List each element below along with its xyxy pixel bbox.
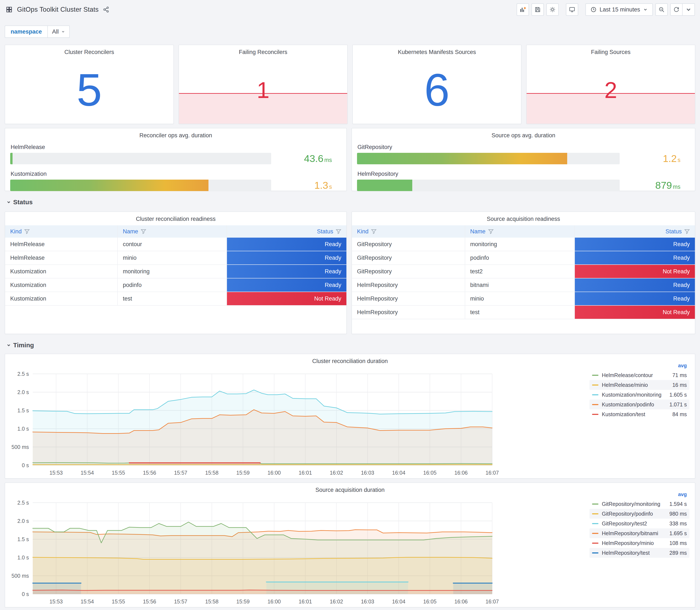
chart-panel-source-acquisition-duration[interactable]: Source acquisition duration 0 s500 ms1.0… [5,482,695,608]
gauge-panel-source-ops-avg-duration[interactable]: Source ops avg. duration GitRepository 1… [352,128,695,191]
legend-item-gitrepository-monitoring[interactable]: GitRepository/monitoring 1.594 s [589,499,689,509]
cell-kind: GitRepository [352,251,465,264]
svg-text:15:54: 15:54 [81,470,94,476]
legend-item-helmrepository-test[interactable]: HelmRepository/test 289 ms [589,548,689,558]
svg-text:15:55: 15:55 [112,470,125,476]
legend-item-helmrelease-contour[interactable]: HelmRelease/contour 71 ms [589,370,689,380]
column-header-name[interactable]: Name [465,225,575,238]
refresh-interval-dropdown[interactable] [683,3,695,16]
series-avg-value: 108 ms [669,540,687,546]
svg-text:15:56: 15:56 [143,598,156,605]
cell-name: minio [465,292,575,305]
table-row: Kustomization podinfo Ready [5,278,346,292]
svg-text:500 ms: 500 ms [12,573,29,579]
series-name: HelmRepository/bitnami [602,530,666,536]
cycle-view-button[interactable] [566,3,578,16]
gauge-row-helmrepository: HelmRepository 879ms [357,171,690,191]
svg-text:2.0 s: 2.0 s [17,518,29,524]
grafana-dashboard: GitOps Toolkit Cluster Stats Last 15 min… [0,0,700,610]
variable-namespace-value: All [52,28,59,35]
monitor-icon [569,6,575,13]
series-avg-value: 16 ms [672,382,687,388]
chevron-down-icon [61,30,65,34]
legend-item-kustomization-monitoring[interactable]: Kustomization/monitoring 1.605 s [589,390,689,400]
add-panel-icon [520,6,526,13]
cell-kind: Kustomization [5,292,118,305]
series-color-swatch [592,404,599,405]
series-avg-value: 338 ms [669,520,687,527]
filter-icon[interactable] [336,229,341,234]
chevron-down-icon [685,6,692,13]
table-row: GitRepository monitoring Ready [352,238,695,251]
series-name: Kustomization/podinfo [602,401,666,408]
stat-panel-failing-sources[interactable]: Failing Sources 2 [526,45,695,124]
legend-item-helmrepository-minio[interactable]: HelmRepository/minio 108 ms [589,538,689,548]
series-color-swatch [592,523,599,524]
navbar: GitOps Toolkit Cluster Stats Last 15 min… [0,0,700,16]
gauge-label: HelmRelease [11,144,341,150]
column-header-name[interactable]: Name [118,225,227,238]
add-panel-button[interactable] [517,3,529,16]
filter-icon[interactable] [488,229,494,234]
section-timing[interactable]: Timing [6,340,700,350]
series-name: HelmRepository/minio [602,540,666,546]
gauge-row-gitrepository: GitRepository 1.2s [357,144,690,164]
filter-icon[interactable] [684,229,690,234]
series-avg-value: 1.594 s [669,501,687,507]
cell-status: Not Ready [227,292,346,305]
stat-panel-cluster-reconcilers[interactable]: Cluster Reconcilers 5 [5,45,174,124]
filter-icon[interactable] [141,229,146,234]
cell-status: Ready [227,251,346,264]
legend-item-helmrelease-minio[interactable]: HelmRelease/minio 16 ms [589,380,689,390]
column-header-status[interactable]: Status [575,225,695,238]
refresh-button[interactable] [670,3,683,16]
filter-icon[interactable] [24,229,30,234]
timeseries-plot[interactable]: 0 s500 ms1.0 s1.5 s2.0 s2.5 s15:5315:541… [10,493,593,605]
column-header-status[interactable]: Status [227,225,346,238]
gear-icon [549,6,556,13]
chart-panel-cluster-reconciliation-duration[interactable]: Cluster reconciliation duration 0 s500 m… [5,354,695,479]
svg-text:500 ms: 500 ms [12,444,29,450]
cell-name: podinfo [465,251,575,264]
legend-item-gitrepository-podinfo[interactable]: GitRepository/podinfo 980 ms [589,509,689,519]
variable-namespace-select[interactable]: All [48,26,70,38]
stat-panel-failing-reconcilers[interactable]: Failing Reconcilers 1 [179,45,348,124]
share-icon[interactable] [103,6,109,13]
series-name: Kustomization/monitoring [602,392,666,398]
gauge-panel-reconciler-ops-avg-duration[interactable]: Reconciler ops avg. duration HelmRelease… [5,128,347,191]
series-color-swatch [592,552,599,553]
cell-kind: HelmRepository [352,278,465,292]
filter-icon[interactable] [371,229,377,234]
svg-text:16:02: 16:02 [330,470,343,476]
cell-kind: HelmRelease [5,251,118,264]
table-panel-source-acquisition-readiness[interactable]: Source acquisition readiness Kind Name S… [352,211,695,334]
series-avg-value: 1.605 s [669,392,687,398]
legend-item-kustomization-podinfo[interactable]: Kustomization/podinfo 1.071 s [589,400,689,410]
series-avg-value: 1.071 s [669,401,687,408]
svg-text:16:05: 16:05 [423,598,437,605]
time-range-picker[interactable]: Last 15 minutes [585,3,653,16]
section-status-label: Status [13,198,33,206]
stat-panel-kubernetes-manifests-sources[interactable]: Kubernetes Manifests Sources 6 [352,45,521,124]
panel-title: Failing Sources [526,45,695,55]
chevron-down-icon [6,200,11,205]
table-row: GitRepository test2 Not Ready [352,265,695,278]
gauge-bar [10,153,271,164]
timeseries-plot[interactable]: 0 s500 ms1.0 s1.5 s2.0 s2.5 s15:5315:541… [10,364,593,477]
svg-text:15:57: 15:57 [174,470,188,476]
table-panel-cluster-reconciliation-readiness[interactable]: Cluster reconciliation readiness Kind Na… [5,211,347,334]
legend-item-kustomization-test[interactable]: Kustomization/test 84 ms [589,410,689,419]
legend-item-gitrepository-test2[interactable]: GitRepository/test2 338 ms [589,519,689,528]
section-status[interactable]: Status [6,197,700,207]
column-header-kind[interactable]: Kind [352,225,465,238]
save-dashboard-button[interactable] [532,3,544,16]
variable-namespace-label[interactable]: namespace [5,26,48,38]
svg-text:15:53: 15:53 [50,470,63,476]
svg-text:15:58: 15:58 [205,470,219,476]
zoom-out-button[interactable] [655,3,668,16]
cell-kind: GitRepository [352,265,465,278]
dashboard-settings-button[interactable] [547,3,559,16]
series-avg-value: 84 ms [672,411,687,417]
legend-item-helmrepository-bitnami[interactable]: HelmRepository/bitnami 1.695 s [589,528,689,538]
column-header-kind[interactable]: Kind [5,225,118,238]
